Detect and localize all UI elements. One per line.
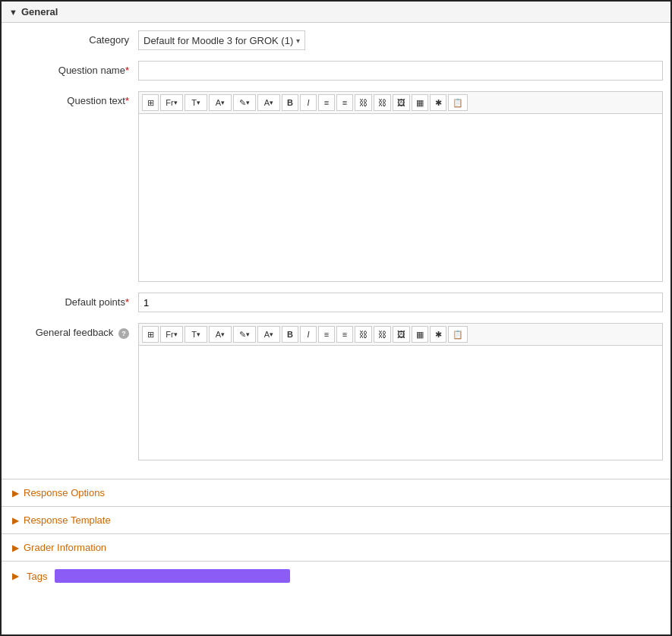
fb-toolbar-link-btn[interactable]: ⛓ [355, 326, 372, 343]
toolbar-bold-btn[interactable]: B [282, 94, 298, 111]
fb-toolbar-pen-btn[interactable]: ✎ ▾ [233, 326, 256, 343]
category-row: Category Default for Moodle 3 for GROK (… [2, 30, 670, 50]
question-name-required: * [125, 65, 129, 76]
toolbar-format-btn[interactable]: T ▾ [185, 94, 207, 111]
response-options-arrow: ▶ [12, 488, 19, 498]
default-points-control [138, 293, 663, 312]
grader-information-arrow: ▶ [12, 543, 19, 553]
response-template-arrow: ▶ [12, 515, 19, 526]
toolbar-ul-btn[interactable]: ≡ [318, 94, 335, 111]
general-section-header[interactable]: ▼ General [2, 2, 670, 23]
question-text-editor-body[interactable] [139, 114, 662, 281]
category-control: Default for Moodle 3 for GROK (1) ▾ [138, 30, 663, 50]
fb-toolbar-format-btn[interactable]: T ▾ [185, 326, 207, 343]
toolbar-unlink-btn[interactable]: ⛓ [374, 94, 391, 111]
fb-toolbar-italic-btn[interactable]: I [300, 326, 317, 343]
toolbar-special-btn[interactable]: ✱ [430, 94, 446, 111]
toolbar-image-btn[interactable]: 🖼 [393, 94, 410, 111]
general-collapse-arrow: ▼ [9, 8, 17, 17]
general-section-title: General [21, 6, 58, 17]
tags-section: ▶ Tags [2, 561, 670, 590]
fb-toolbar-image-btn[interactable]: 🖼 [393, 326, 410, 343]
toolbar-grid-btn[interactable]: ▦ [412, 94, 428, 111]
question-text-required: * [125, 95, 129, 106]
toolbar-pen-btn[interactable]: ✎ ▾ [233, 94, 256, 111]
question-name-input[interactable] [138, 61, 663, 81]
tags-label: Tags [27, 571, 47, 582]
tags-bar [55, 569, 290, 583]
toolbar-table-btn[interactable]: ⊞ [142, 94, 159, 111]
toolbar-paste-btn[interactable]: 📋 [448, 94, 468, 111]
toolbar-font-btn[interactable]: Fr ▾ [160, 94, 183, 111]
toolbar-link-btn[interactable]: ⛓ [355, 94, 372, 111]
general-feedback-row: General feedback ? ⊞ Fr ▾ T ▾ A ▾ ✎ ▾ A … [2, 323, 670, 460]
toolbar-size-btn[interactable]: A ▾ [257, 94, 280, 111]
general-feedback-editor: ⊞ Fr ▾ T ▾ A ▾ ✎ ▾ A ▾ B I ≡ ≡ ⛓ ⛓ 🖼 ▦ ✱… [138, 323, 663, 460]
fb-toolbar-bold-btn[interactable]: B [282, 326, 298, 343]
general-feedback-editor-body[interactable] [139, 346, 662, 460]
question-text-row: Question text* ⊞ Fr ▾ T ▾ A ▾ ✎ ▾ A ▾ B … [2, 91, 670, 282]
general-feedback-label: General feedback ? [9, 323, 138, 339]
fb-toolbar-ul-btn[interactable]: ≡ [318, 326, 335, 343]
fb-toolbar-color-btn[interactable]: A ▾ [209, 326, 232, 343]
toolbar-italic-btn[interactable]: I [300, 94, 317, 111]
default-points-required: * [125, 296, 129, 308]
default-points-row: Default points* [2, 293, 670, 312]
question-name-label: Question name* [9, 61, 138, 76]
fb-toolbar-unlink-btn[interactable]: ⛓ [374, 326, 391, 343]
tags-arrow: ▶ [12, 571, 19, 581]
general-feedback-toolbar: ⊞ Fr ▾ T ▾ A ▾ ✎ ▾ A ▾ B I ≡ ≡ ⛓ ⛓ 🖼 ▦ ✱… [139, 324, 662, 346]
question-name-control [138, 61, 663, 81]
category-label: Category [9, 30, 138, 46]
default-points-label: Default points* [9, 293, 138, 308]
fb-toolbar-size-btn[interactable]: A ▾ [257, 326, 280, 343]
question-text-toolbar: ⊞ Fr ▾ T ▾ A ▾ ✎ ▾ A ▾ B I ≡ ≡ ⛓ ⛓ 🖼 ▦ ✱… [139, 92, 662, 114]
general-form-area: Category Default for Moodle 3 for GROK (… [2, 23, 670, 479]
fb-toolbar-grid-btn[interactable]: ▦ [412, 326, 428, 343]
fb-toolbar-ol-btn[interactable]: ≡ [336, 326, 353, 343]
question-text-control: ⊞ Fr ▾ T ▾ A ▾ ✎ ▾ A ▾ B I ≡ ≡ ⛓ ⛓ 🖼 ▦ ✱… [138, 91, 663, 282]
question-text-editor: ⊞ Fr ▾ T ▾ A ▾ ✎ ▾ A ▾ B I ≡ ≡ ⛓ ⛓ 🖼 ▦ ✱… [138, 91, 663, 282]
grader-information-title: Grader Information [24, 542, 106, 553]
toolbar-ol-btn[interactable]: ≡ [336, 94, 353, 111]
fb-toolbar-table-btn[interactable]: ⊞ [142, 326, 159, 343]
response-options-title: Response Options [24, 487, 105, 498]
toolbar-color-btn[interactable]: A ▾ [209, 94, 232, 111]
category-select[interactable]: Default for Moodle 3 for GROK (1) ▾ [138, 30, 305, 50]
response-template-section[interactable]: ▶ Response Template [2, 506, 670, 533]
question-name-row: Question name* [2, 61, 670, 81]
default-points-input[interactable] [138, 293, 663, 312]
fb-toolbar-paste-btn[interactable]: 📋 [448, 326, 468, 343]
general-feedback-control: ⊞ Fr ▾ T ▾ A ▾ ✎ ▾ A ▾ B I ≡ ≡ ⛓ ⛓ 🖼 ▦ ✱… [138, 323, 663, 460]
general-feedback-help-icon[interactable]: ? [118, 328, 129, 339]
fb-toolbar-font-btn[interactable]: Fr ▾ [160, 326, 183, 343]
category-select-value: Default for Moodle 3 for GROK (1) [144, 35, 293, 46]
question-text-label: Question text* [9, 91, 138, 106]
fb-toolbar-special-btn[interactable]: ✱ [430, 326, 446, 343]
grader-information-section[interactable]: ▶ Grader Information [2, 533, 670, 561]
response-options-section[interactable]: ▶ Response Options [2, 479, 670, 506]
category-dropdown-arrow: ▾ [296, 36, 300, 45]
response-template-title: Response Template [24, 514, 111, 526]
